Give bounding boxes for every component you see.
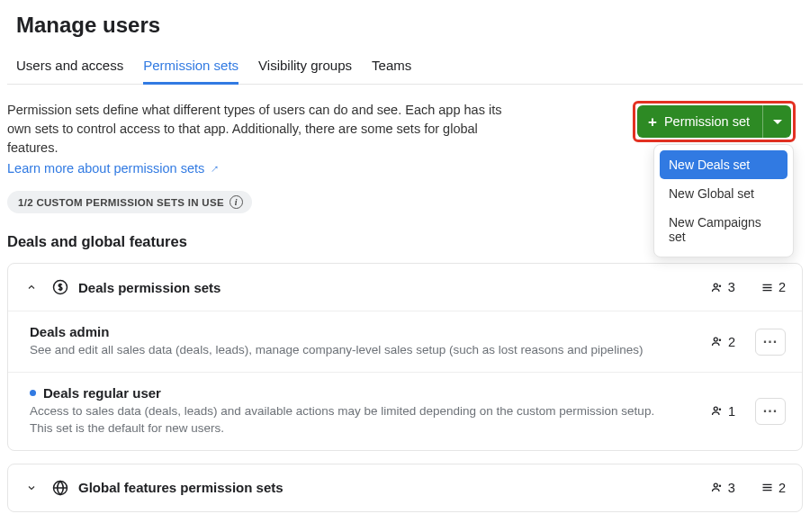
external-link-icon: →	[203, 158, 225, 179]
more-button-deals-regular[interactable]: ···	[755, 398, 786, 425]
deals-user-count-value: 3	[728, 280, 735, 294]
caret-down-icon	[773, 120, 782, 124]
chevron-down-icon[interactable]	[21, 482, 42, 493]
row-desc-deals-regular: Access to sales data (deals, leads) and …	[30, 403, 670, 437]
plus-icon: +	[648, 114, 657, 130]
default-indicator-dot-icon	[30, 390, 36, 396]
learn-more-label: Learn more about permission sets	[7, 159, 204, 178]
add-permission-set-button[interactable]: + Permission set	[637, 105, 762, 138]
action-highlight-box: + Permission set	[633, 101, 796, 142]
deals-sets-count-value: 2	[778, 280, 786, 294]
add-permission-set-menu: New Deals set New Global set New Campaig…	[653, 144, 794, 257]
dollar-icon	[51, 278, 69, 296]
usage-pill: 1/2 CUSTOM PERMISSION SETS IN USE i	[7, 191, 252, 213]
add-permission-set-label: Permission set	[664, 114, 750, 129]
intro-block: Permission sets define what different ty…	[7, 101, 520, 178]
deals-sets-count: 2	[760, 280, 786, 294]
global-card-header[interactable]: Global features permission sets 3 2	[8, 464, 802, 511]
svg-point-2	[719, 285, 720, 286]
tab-permission-sets[interactable]: Permission sets	[143, 50, 238, 85]
tab-visibility-groups[interactable]: Visibility groups	[258, 50, 352, 84]
tab-teams[interactable]: Teams	[372, 50, 411, 84]
deals-admin-user-count-value: 2	[728, 335, 735, 349]
deals-regular-user-count-value: 1	[728, 404, 735, 419]
learn-more-link[interactable]: Learn more about permission sets →	[7, 159, 220, 178]
more-button-deals-admin[interactable]: ···	[755, 329, 786, 356]
svg-point-6	[714, 338, 717, 341]
page-title: Manage users	[16, 13, 803, 38]
info-icon[interactable]: i	[230, 195, 243, 209]
tabs: Users and access Permission sets Visibil…	[7, 50, 803, 85]
global-sets-count: 2	[760, 481, 786, 495]
tab-users-access[interactable]: Users and access	[16, 50, 123, 84]
svg-point-9	[719, 409, 720, 410]
menu-item-new-global[interactable]: New Global set	[660, 179, 788, 208]
svg-point-12	[719, 485, 720, 486]
globe-icon	[51, 479, 69, 497]
deals-card-header[interactable]: Deals permission sets 3 2	[8, 264, 802, 311]
row-desc-deals-admin: See and edit all sales data (deals, lead…	[30, 342, 670, 359]
permission-row-deals-admin: Deals admin See and edit all sales data …	[8, 311, 802, 372]
deals-user-count: 3	[710, 280, 735, 294]
usage-label: 1/2 CUSTOM PERMISSION SETS IN USE	[18, 197, 224, 208]
row-title-deals-regular: Deals regular user	[43, 385, 161, 401]
svg-point-7	[719, 339, 720, 340]
deals-admin-user-count: 2	[710, 335, 735, 349]
row-title-deals-admin: Deals admin	[30, 324, 670, 339]
deals-regular-user-count: 1	[710, 404, 735, 419]
add-permission-set-caret-button[interactable]	[762, 105, 791, 138]
deals-card-title: Deals permission sets	[78, 280, 685, 295]
intro-text: Permission sets define what different ty…	[7, 103, 501, 155]
global-sets-count-value: 2	[778, 481, 786, 495]
global-user-count-value: 3	[728, 481, 735, 495]
svg-point-11	[714, 483, 717, 487]
global-card: Global features permission sets 3 2	[7, 464, 803, 512]
svg-point-8	[714, 407, 717, 410]
svg-point-1	[714, 284, 717, 287]
global-user-count: 3	[710, 481, 735, 495]
menu-item-new-campaigns[interactable]: New Campaigns set	[660, 208, 788, 251]
chevron-up-icon[interactable]	[21, 282, 42, 293]
deals-card: Deals permission sets 3 2 Deals admin Se…	[7, 263, 803, 451]
global-card-title: Global features permission sets	[78, 480, 685, 495]
permission-row-deals-regular: Deals regular user Access to sales data …	[8, 372, 802, 450]
menu-item-new-deals[interactable]: New Deals set	[660, 150, 788, 179]
